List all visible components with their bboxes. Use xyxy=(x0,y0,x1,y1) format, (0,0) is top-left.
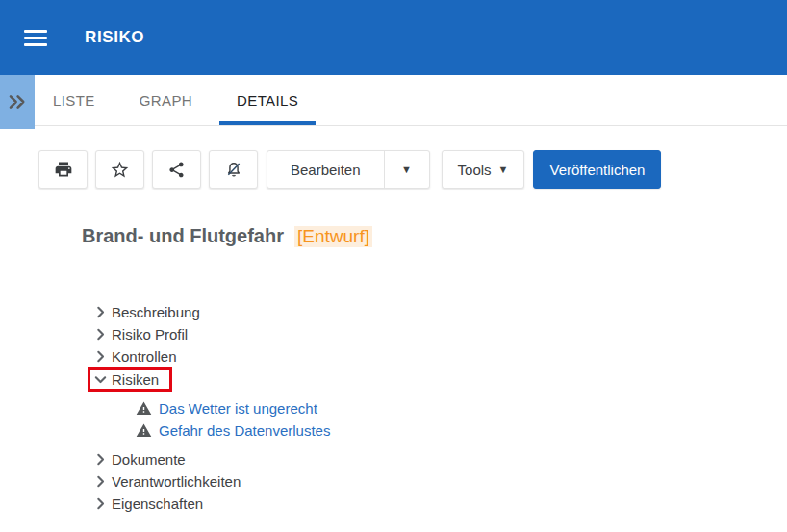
sidebar-expand-button[interactable] xyxy=(0,75,35,129)
chevron-down-icon xyxy=(93,372,108,387)
notifications-off-button[interactable] xyxy=(209,150,258,189)
notifications-off-icon xyxy=(224,160,243,179)
status-badge: [Entwurf] xyxy=(294,226,372,247)
annotation-highlight-box: Risiken xyxy=(88,367,172,392)
section-tree: BeschreibungRisiko ProfilKontrollenRisik… xyxy=(93,301,787,515)
warning-triangle-icon xyxy=(136,400,152,417)
tree-child-das-wetter-ist-ungerecht[interactable]: Das Wetter ist ungerecht xyxy=(136,397,787,419)
tree-item-label: Risiken xyxy=(112,371,159,388)
tree-item-label: Risiko Profil xyxy=(112,326,188,342)
tree-item-dokumente[interactable]: Dokumente xyxy=(93,448,787,470)
tree-child-link[interactable]: Gefahr des Datenverlustes xyxy=(159,422,330,439)
tree-item-risiken[interactable]: Risiken xyxy=(93,367,787,393)
print-icon xyxy=(54,160,73,179)
chevron-right-icon xyxy=(93,452,108,467)
tree-item-kontrollen[interactable]: Kontrollen xyxy=(93,345,787,367)
chevron-right-icon xyxy=(93,496,108,511)
edit-dropdown-button[interactable]: ▼ xyxy=(384,151,429,188)
double-chevron-right-icon xyxy=(6,90,29,114)
tab-bar-tabs: LISTEGRAPHDETAILS xyxy=(0,75,787,125)
page-title: Brand- und Flutgefahr xyxy=(82,225,284,247)
tree-child-gefahr-des-datenverlustes[interactable]: Gefahr des Datenverlustes xyxy=(136,419,787,442)
share-icon xyxy=(167,161,186,179)
tools-dropdown-button[interactable]: Tools ▼ xyxy=(442,150,525,189)
share-button[interactable] xyxy=(152,150,201,189)
chevron-right-icon xyxy=(93,474,108,489)
tab-graph[interactable]: GRAPH xyxy=(122,75,210,125)
document-title-row: Brand- und Flutgefahr [Entwurf] xyxy=(82,225,787,247)
print-button[interactable] xyxy=(38,150,88,189)
app-header: RISIKO xyxy=(0,0,787,75)
tree-item-label: Dokumente xyxy=(112,451,186,468)
hamburger-menu-icon[interactable] xyxy=(24,30,47,46)
warning-triangle-icon xyxy=(136,422,152,439)
tree-child-link[interactable]: Das Wetter ist ungerecht xyxy=(159,400,317,417)
chevron-right-icon xyxy=(93,327,108,342)
tree-item-risiko-profil[interactable]: Risiko Profil xyxy=(93,323,787,345)
chevron-right-icon xyxy=(93,305,108,319)
tree-item-verantwortlichkeiten[interactable]: Verantwortlichkeiten xyxy=(93,470,787,493)
tree-item-label: Beschreibung xyxy=(112,304,200,320)
app-title: RISIKO xyxy=(85,28,144,47)
tools-label: Tools xyxy=(458,162,492,178)
edit-button[interactable]: Bearbeiten xyxy=(267,151,384,188)
tab-liste[interactable]: LISTE xyxy=(36,75,113,125)
publish-button[interactable]: Veröffentlichen xyxy=(533,150,661,189)
chevron-down-icon: ▼ xyxy=(401,165,412,175)
star-icon xyxy=(110,160,130,180)
tree-item-eigenschaften[interactable]: Eigenschaften xyxy=(93,493,787,515)
tree-item-label: Eigenschaften xyxy=(112,495,203,512)
tab-bar: LISTEGRAPHDETAILS xyxy=(0,75,787,126)
edit-split-button: Bearbeiten ▼ xyxy=(267,150,430,189)
toolbar-icon-buttons xyxy=(38,150,266,189)
tree-item-beschreibung[interactable]: Beschreibung xyxy=(93,301,787,323)
tree-children: Das Wetter ist ungerechtGefahr des Daten… xyxy=(136,397,787,442)
tree-item-label: Verantwortlichkeiten xyxy=(112,473,241,490)
star-button[interactable] xyxy=(95,150,144,189)
toolbar: Bearbeiten ▼ Tools ▼ Veröffentlichen xyxy=(38,150,787,189)
tree-item-label: Kontrollen xyxy=(112,348,177,365)
chevron-right-icon xyxy=(93,349,108,364)
chevron-down-icon: ▼ xyxy=(498,165,509,175)
tab-details[interactable]: DETAILS xyxy=(219,75,316,125)
